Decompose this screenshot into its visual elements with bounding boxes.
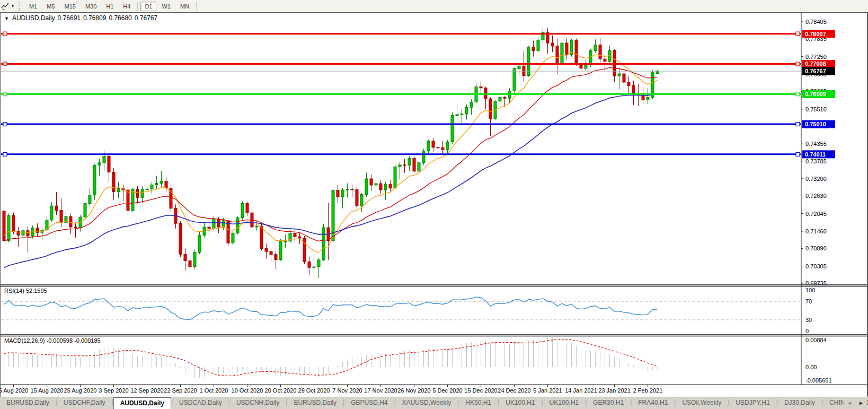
ohlc-high: 0.76809	[83, 14, 106, 22]
price-tick-label: 0.71460	[805, 228, 827, 234]
macd-signal-line	[4, 340, 658, 376]
date-tick-label: 25 Aug 2020	[64, 387, 97, 394]
tab-uk100-h1[interactable]: UK100,H1	[499, 397, 541, 409]
date-tick-label: 17 Nov 2020	[364, 387, 397, 394]
price-tick-label: 0.72045	[805, 211, 827, 217]
timeframe-button-M15[interactable]: M15	[60, 2, 79, 11]
hline-handle[interactable]	[796, 152, 800, 156]
tab-eurusd-daily[interactable]: EURUSD,Daily	[287, 397, 343, 409]
tab-usoil-weekly[interactable]: USOil,Weekly	[676, 397, 728, 409]
timeframe-button-M30[interactable]: M30	[81, 2, 101, 11]
macd-axis-label: -0.005651	[805, 377, 832, 384]
tab-usdjpy-h1[interactable]: USDJPY,H1	[729, 397, 776, 409]
hline-price-label: 0.78007	[802, 30, 835, 38]
macd-indicator-label: MACD(12,26,9) -0.000598 -0.000185	[4, 337, 101, 344]
date-tick-label: 22 Sep 2020	[164, 387, 197, 394]
tab-uk100-h1[interactable]: UK100,H1	[543, 397, 585, 409]
date-tick-label: 7 Nov 2020	[332, 387, 362, 394]
date-tick-label: 23 Jan 2021	[598, 387, 631, 394]
svg-text:0.74011: 0.74011	[805, 151, 826, 158]
chevron-down-icon[interactable]: ▼	[11, 4, 15, 8]
hline-handle[interactable]	[3, 32, 7, 36]
tab-hk50-h1[interactable]: HK50,H1	[459, 397, 498, 409]
timeframe-toolbar: ▼ M1M5M15M30H1H4D1W1MN	[0, 0, 868, 13]
svg-text:0.77008: 0.77008	[805, 60, 826, 67]
tab-usdcnh-daily[interactable]: USDCNH,Daily	[230, 397, 286, 409]
price-tick-label: 0.74355	[805, 141, 827, 147]
chart-menu-icon[interactable]: ▼	[4, 16, 9, 21]
svg-text:0.75010: 0.75010	[805, 121, 826, 127]
hline-handle[interactable]	[796, 32, 800, 36]
tab-usdchf-daily[interactable]: USDCHF,Daily	[57, 397, 112, 409]
price-tick-label: 0.70305	[805, 263, 827, 269]
chart-title: ▼AUDUSD,Daily0.766910.768090.766800.7676…	[4, 14, 160, 22]
date-tick-label: 5 Jan 2021	[533, 387, 562, 394]
timeframe-button-MN[interactable]: MN	[176, 2, 193, 11]
hline-handle[interactable]	[3, 92, 7, 96]
date-tick-label: 26 Nov 2020	[397, 387, 430, 394]
date-tick-label: 10 Oct 2020	[232, 387, 263, 394]
timeframe-button-H1[interactable]: H1	[102, 2, 118, 11]
rsi-axis-label: 70	[805, 298, 812, 304]
macd-histogram	[4, 337, 658, 378]
date-tick-label: 6 Aug 2020	[0, 387, 28, 394]
svg-text:0.76009: 0.76009	[805, 91, 826, 97]
date-tick-label: 15 Dec 2020	[464, 387, 497, 394]
price-tick-label: 0.69735	[805, 280, 827, 286]
tab-xauusd-weekly[interactable]: XAUUSD,Weekly	[396, 397, 457, 409]
hline-price-label: 0.74011	[802, 150, 835, 158]
date-tick-label: 1 Oct 2020	[200, 387, 228, 394]
current-price-label: 0.76767	[802, 67, 835, 75]
chart-frame	[1, 13, 867, 396]
timeframe-button-W1[interactable]: W1	[157, 2, 175, 11]
toolbar-separator	[196, 2, 197, 11]
ohlc-low: 0.76680	[109, 14, 131, 22]
hline-handle[interactable]	[796, 62, 800, 66]
rsi-axis-label: 30	[805, 317, 812, 323]
svg-text:0.78007: 0.78007	[805, 31, 826, 37]
timeframe-button-H4[interactable]: H4	[119, 2, 135, 11]
date-tick-label: 29 Oct 2020	[298, 387, 330, 394]
ma-fast-line	[4, 53, 658, 253]
hline-handle[interactable]	[3, 152, 7, 156]
rsi-indicator-label: RSI(14) 52.1595	[4, 288, 47, 294]
tab-gbpusd-h4[interactable]: GBPUSD,H4	[344, 397, 394, 409]
tabs-scroll-right-icon[interactable]: ►	[855, 400, 867, 406]
macd-axis-label: 0.00	[805, 364, 817, 370]
chart-cursor-icon[interactable]	[1, 2, 10, 11]
tab-dj30-daily[interactable]: DJ30,Daily	[778, 397, 821, 409]
date-tick-label: 24 Dec 2020	[498, 387, 530, 394]
hline-price-label: 0.76009	[802, 90, 835, 98]
date-tick-label: 14 Jan 2021	[565, 387, 597, 394]
ohlc-open: 0.76691	[58, 14, 81, 22]
tab-fra40-h1[interactable]: FRA40,H1	[632, 397, 674, 409]
date-tick-label: 2 Feb 2021	[633, 387, 663, 394]
svg-text:0.76767: 0.76767	[805, 68, 826, 74]
hline-handle[interactable]	[3, 62, 7, 66]
hline-price-label: 0.75010	[802, 120, 835, 128]
macd-axis-label: 0.00884	[805, 337, 827, 343]
chart-canvas[interactable]: 0.784050.778350.772500.766650.760950.755…	[0, 12, 868, 397]
tab-ger30-h1[interactable]: GER30,H1	[587, 397, 630, 409]
hline-handle[interactable]	[796, 123, 800, 126]
hline-price-label: 0.77008	[802, 60, 835, 68]
date-tick-label: 15 Aug 2020	[31, 387, 64, 394]
timeframe-button-M5[interactable]: M5	[42, 2, 59, 11]
tab-eurusd-daily[interactable]: EURUSD,Daily	[0, 397, 56, 409]
timeframe-button-M1[interactable]: M1	[25, 2, 41, 11]
timeframe-button-D1[interactable]: D1	[140, 2, 156, 11]
price-tick-label: 0.77250	[805, 54, 827, 60]
price-tick-label: 0.70890	[805, 245, 827, 251]
hline-handle[interactable]	[796, 92, 800, 96]
tab-usdcad-daily[interactable]: USDCAD,Daily	[173, 397, 228, 409]
date-tick-label: 20 Oct 2020	[265, 387, 297, 394]
toolbar-grip[interactable]	[19, 2, 21, 11]
tabs-scroll-left-icon[interactable]: ◄	[844, 400, 855, 406]
rsi-line	[4, 297, 658, 320]
tab-audusd-daily[interactable]: AUDUSD,Daily	[113, 397, 171, 409]
price-tick-label: 0.75510	[805, 106, 827, 112]
symbol-period-label: AUDUSD,Daily	[12, 14, 55, 22]
price-tick-label: 0.78405	[805, 19, 827, 25]
date-tick-label: 5 Dec 2020	[432, 387, 462, 394]
hline-handle[interactable]	[3, 123, 7, 126]
